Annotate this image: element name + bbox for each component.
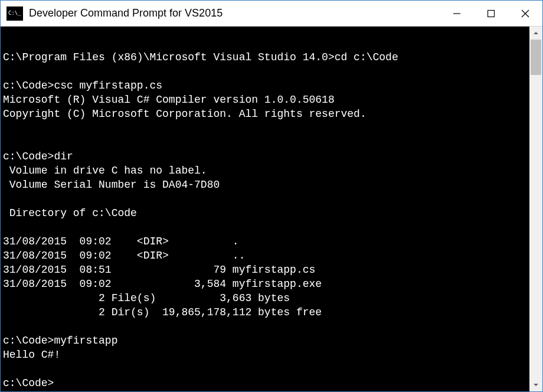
command-prompt-window: C:\_ Developer Command Prompt for VS2015…: [0, 0, 543, 392]
window-title: Developer Command Prompt for VS2015: [29, 7, 440, 19]
app-icon-text: C:\_: [8, 11, 21, 16]
chevron-up-icon: [533, 30, 539, 36]
close-button[interactable]: [508, 1, 542, 26]
window-controls: [440, 1, 542, 26]
maximize-icon: [487, 9, 495, 18]
maximize-button[interactable]: [474, 1, 508, 26]
close-icon: [521, 9, 529, 18]
svg-rect-1: [488, 10, 495, 17]
app-icon: C:\_: [6, 6, 23, 21]
chevron-down-icon: [533, 382, 539, 388]
vertical-scrollbar[interactable]: [529, 27, 542, 391]
terminal-output[interactable]: C:\Program Files (x86)\Microsoft Visual …: [1, 27, 529, 391]
minimize-icon: [453, 9, 461, 18]
titlebar[interactable]: C:\_ Developer Command Prompt for VS2015: [1, 1, 542, 27]
minimize-button[interactable]: [440, 1, 474, 26]
scroll-thumb[interactable]: [531, 40, 541, 75]
scroll-up-button[interactable]: [529, 27, 542, 40]
window-body: C:\Program Files (x86)\Microsoft Visual …: [1, 27, 542, 391]
scroll-down-button[interactable]: [529, 378, 542, 391]
